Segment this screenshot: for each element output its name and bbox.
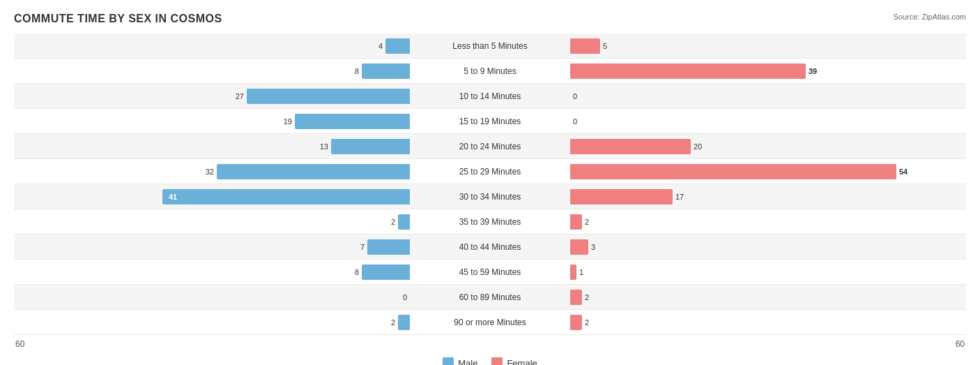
male-bar [331,139,410,154]
female-bar [570,239,588,255]
table-row: 740 to 44 Minutes3 [14,234,966,260]
female-bar [570,164,896,179]
male-value-label: 27 [236,92,244,100]
table-row: 3225 to 29 Minutes54 [14,159,966,184]
female-value-label: 20 [694,142,702,151]
row-label: 45 to 59 Minutes [413,267,567,277]
female-value-label: 17 [675,193,684,201]
male-bar [295,114,410,129]
female-bar [570,64,806,79]
male-value-label: 4 [378,42,383,50]
male-value-label: 0 [403,293,407,301]
row-label: 10 to 14 Minutes [413,91,567,101]
axis-labels: 60 60 [14,339,966,349]
row-label: 30 to 34 Minutes [413,192,567,202]
male-value-label: 8 [355,268,359,276]
female-bar [570,265,576,280]
row-label: 5 to 9 Minutes [413,66,567,76]
row-label: 35 to 39 Minutes [413,217,567,227]
source-label: Source: ZipAtlas.com [893,13,966,21]
female-value-label: 5 [603,42,607,50]
row-inner: 4Less than 5 Minutes5 [14,33,966,58]
male-value-label: 13 [320,142,328,151]
female-legend-box [491,357,503,365]
male-bar [247,89,410,104]
row-inner: 740 to 44 Minutes3 [14,234,966,259]
legend-female: Female [491,357,537,365]
male-value-label: 2 [391,218,395,226]
row-inner: 1320 to 24 Minutes20 [14,134,966,158]
row-inner: 2710 to 14 Minutes0 [14,84,966,108]
male-bar [362,64,410,79]
male-value-label: 8 [355,67,359,75]
female-value-label: 3 [591,243,595,251]
male-bar: 41 [162,189,410,204]
axis-left: 60 [15,339,24,349]
row-label: 90 or more Minutes [413,318,567,327]
male-value-label: 19 [284,117,292,126]
row-inner: 3225 to 29 Minutes54 [14,159,966,184]
male-legend-label: Male [458,358,477,366]
male-bar [398,214,410,230]
table-row: 1320 to 24 Minutes20 [14,134,966,159]
male-bar [367,239,410,255]
female-legend-label: Female [507,358,537,366]
row-label: Less than 5 Minutes [413,41,567,51]
male-value-label: 7 [360,243,365,251]
legend-male: Male [443,357,477,365]
male-bar [362,265,410,280]
row-inner: 060 to 89 Minutes2 [14,285,966,309]
female-value-label: 0 [573,117,577,126]
male-value-badge: 41 [165,192,181,202]
female-bar [570,315,582,330]
table-row: 290 or more Minutes2 [14,310,966,335]
table-row: 2710 to 14 Minutes0 [14,84,966,109]
male-legend-box [443,357,454,365]
female-value-label: 2 [585,318,589,327]
male-bar [398,315,410,330]
row-inner: 85 to 9 Minutes39 [14,59,966,83]
female-bar [570,38,600,54]
table-row: 1915 to 19 Minutes0 [14,109,966,134]
female-bar [570,139,691,154]
female-value-label: 2 [585,293,589,301]
table-row: 060 to 89 Minutes2 [14,285,966,310]
row-label: 20 to 24 Minutes [413,142,567,151]
chart-title: COMMUTE TIME BY SEX IN COSMOS [14,13,966,25]
table-row: 4Less than 5 Minutes5 [14,33,966,59]
row-inner: 290 or more Minutes2 [14,310,966,334]
female-bar [570,189,673,204]
table-row: 235 to 39 Minutes2 [14,209,966,234]
female-bar [570,290,582,305]
female-value-label: 2 [585,218,589,226]
axis-right: 60 [956,339,965,349]
table-row: 845 to 59 Minutes1 [14,260,966,285]
female-bar [570,214,582,230]
row-label: 60 to 89 Minutes [413,292,567,302]
row-label: 25 to 29 Minutes [413,167,567,177]
female-value-label: 39 [809,67,817,75]
female-value-label: 0 [573,92,577,100]
row-inner: 235 to 39 Minutes2 [14,209,966,234]
row-inner: 845 to 59 Minutes1 [14,260,966,284]
row-inner: 4130 to 34 Minutes17 [14,184,966,209]
legend: Male Female [14,357,966,365]
female-value-label: 54 [899,167,908,176]
row-inner: 1915 to 19 Minutes0 [14,109,966,133]
row-label: 15 to 19 Minutes [413,117,567,126]
table-row: 4130 to 34 Minutes17 [14,184,966,209]
row-label: 40 to 44 Minutes [413,242,567,252]
table-row: 85 to 9 Minutes39 [14,59,966,84]
female-value-label: 1 [579,268,583,276]
male-bar [385,38,410,54]
chart-rows: 4Less than 5 Minutes585 to 9 Minutes3927… [14,33,966,335]
male-value-label: 2 [391,318,395,327]
male-bar [217,164,410,179]
chart-container: COMMUTE TIME BY SEX IN COSMOS Source: Zi… [0,0,980,365]
male-value-label: 32 [206,167,214,176]
